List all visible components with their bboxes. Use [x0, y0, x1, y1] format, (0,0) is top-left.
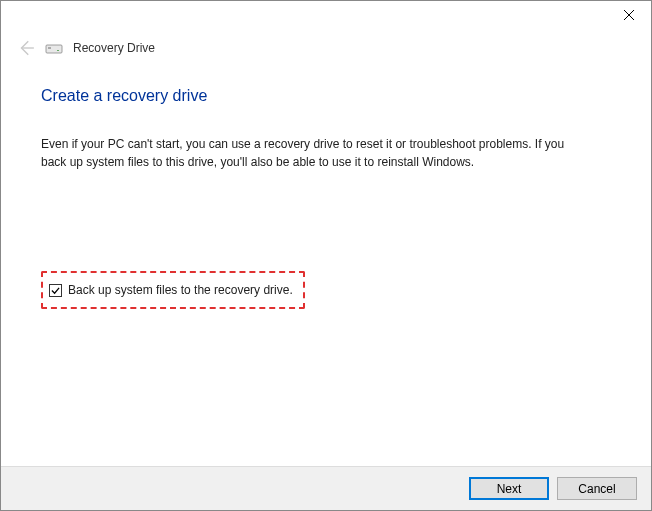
drive-icon: [45, 41, 63, 55]
header-row: Recovery Drive: [1, 31, 651, 57]
highlighted-checkbox-area: Back up system files to the recovery dri…: [41, 271, 305, 309]
back-arrow-icon: [17, 39, 35, 57]
svg-rect-5: [57, 50, 59, 51]
page-description: Even if your PC can't start, you can use…: [41, 135, 581, 171]
footer: Next Cancel: [1, 466, 651, 510]
page-heading: Create a recovery drive: [41, 87, 611, 105]
back-button: [17, 39, 35, 57]
checkmark-icon: [51, 286, 60, 295]
backup-system-files-checkbox[interactable]: [49, 284, 62, 297]
svg-rect-4: [48, 47, 51, 49]
recovery-drive-wizard-window: Recovery Drive Create a recovery drive E…: [0, 0, 652, 511]
backup-system-files-label: Back up system files to the recovery dri…: [68, 283, 293, 297]
cancel-button[interactable]: Cancel: [557, 477, 637, 500]
wizard-title: Recovery Drive: [73, 41, 155, 55]
close-button[interactable]: [606, 1, 651, 29]
next-button[interactable]: Next: [469, 477, 549, 500]
close-icon: [624, 10, 634, 20]
titlebar: [1, 1, 651, 31]
content-area: Create a recovery drive Even if your PC …: [1, 57, 651, 466]
